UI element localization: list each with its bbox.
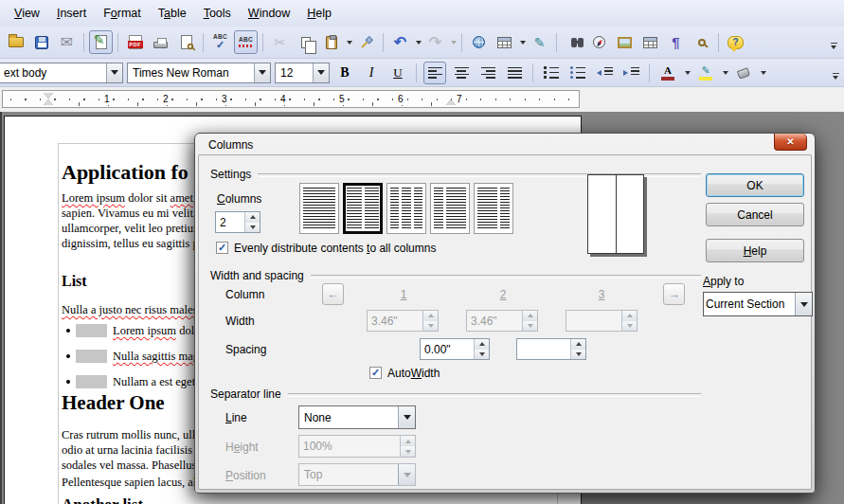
evenly-distribute-checkbox[interactable]: ✓ <box>216 242 228 254</box>
spin-down-button[interactable] <box>571 350 585 360</box>
redo-icon: ↷ <box>429 35 441 50</box>
align-left-button[interactable] <box>423 62 446 84</box>
font-color-button[interactable]: A <box>656 62 679 84</box>
autowidth-checkbox[interactable]: ✓ <box>369 367 382 379</box>
spin-down-button[interactable] <box>245 223 260 233</box>
font-size-combo[interactable]: 12 <box>275 63 330 83</box>
line-style-combo[interactable]: None <box>298 405 416 429</box>
position-combo: Top <box>298 463 416 486</box>
menu-insert[interactable]: Insert <box>48 3 95 24</box>
gallery-button[interactable] <box>613 30 637 54</box>
paragraph-style-combo[interactable]: ext body <box>0 63 123 83</box>
columns-count-label: Columns <box>217 192 261 206</box>
save-button[interactable] <box>29 30 53 54</box>
menu-tools[interactable]: Tools <box>195 3 240 24</box>
formatting-marks-button[interactable]: ¶ <box>664 30 688 54</box>
line-dropdown-button[interactable] <box>398 406 415 428</box>
hyperlink-button[interactable] <box>467 30 491 54</box>
italic-button[interactable]: I <box>360 62 383 84</box>
paste-dropdown[interactable] <box>347 41 352 45</box>
increase-indent-button[interactable] <box>620 62 642 84</box>
font-color-dropdown[interactable] <box>685 71 691 75</box>
highlight-button[interactable]: ✎ <box>694 62 717 84</box>
copy-button[interactable] <box>294 30 317 54</box>
separator-group-header: Separator line <box>210 387 701 401</box>
bullet-icon <box>66 380 70 384</box>
underline-button[interactable]: U <box>386 62 409 84</box>
menu-window[interactable]: Window <box>240 3 298 24</box>
zoom-button[interactable] <box>690 30 713 54</box>
style-dropdown-button[interactable] <box>106 63 122 82</box>
justify-button[interactable] <box>503 62 526 84</box>
bullet-list-button[interactable] <box>566 62 589 84</box>
size-dropdown-button[interactable] <box>313 63 329 82</box>
clone-formatting-button[interactable] <box>354 30 378 54</box>
find-replace-button[interactable] <box>562 30 585 54</box>
insert-table-button[interactable] <box>493 30 516 54</box>
horizontal-ruler[interactable]: 1 2 3 4 5 6 7 <box>2 90 580 108</box>
undo-dropdown[interactable] <box>416 41 422 45</box>
decrease-indent-button[interactable] <box>593 62 616 84</box>
italic-icon: I <box>369 65 374 81</box>
bold-button[interactable]: B <box>333 62 356 84</box>
toolbar-overflow-button[interactable] <box>827 32 840 53</box>
font-name-combo[interactable]: Times New Roman <box>127 63 271 83</box>
spacing-1-spinner[interactable]: 0.00" <box>420 338 490 360</box>
spellcheck-button[interactable]: ABC✓ <box>208 30 232 54</box>
navigator-button[interactable] <box>587 30 611 54</box>
ok-button[interactable]: OK <box>706 173 804 197</box>
help-button[interactable]: Help <box>706 239 804 262</box>
data-sources-button[interactable] <box>638 30 662 54</box>
spin-down-button[interactable] <box>475 350 489 360</box>
table-dropdown[interactable] <box>520 41 526 45</box>
preset-left-narrow[interactable] <box>430 183 470 234</box>
preset-three-columns[interactable] <box>386 183 426 234</box>
menu-view[interactable]: View <box>6 3 48 24</box>
paste-button[interactable] <box>319 30 343 54</box>
right-indent-marker[interactable] <box>446 99 456 105</box>
menu-table[interactable]: Table <box>150 3 195 24</box>
apply-to-dropdown-button[interactable] <box>795 293 812 315</box>
spacing-2-spinner[interactable] <box>516 338 586 360</box>
close-icon: ✕ <box>786 136 794 147</box>
menu-format[interactable]: Format <box>95 3 150 24</box>
undo-button[interactable]: ↶ <box>388 30 412 54</box>
background-color-dropdown[interactable] <box>761 71 766 75</box>
dialog-close-button[interactable]: ✕ <box>774 134 807 151</box>
menu-help[interactable]: Help <box>298 3 340 24</box>
export-pdf-button[interactable]: PDF <box>123 30 147 54</box>
apply-to-combo[interactable]: Current Section <box>703 292 813 316</box>
preset-right-narrow[interactable] <box>474 183 513 234</box>
cancel-button[interactable]: Cancel <box>706 203 804 226</box>
page-preview-button[interactable] <box>174 30 198 54</box>
redo-button: ↷ <box>423 30 447 54</box>
align-right-button[interactable] <box>476 62 499 84</box>
spin-up-button[interactable] <box>475 339 489 350</box>
previous-column-button[interactable]: ← <box>322 283 344 305</box>
auto-spellcheck-button[interactable]: ABC <box>234 30 258 54</box>
next-column-button[interactable]: → <box>663 283 685 305</box>
underline-icon: U <box>393 65 402 81</box>
edit-file-button[interactable]: ✎ <box>89 30 113 54</box>
email-button[interactable]: ✉ <box>55 30 79 54</box>
open-button[interactable] <box>4 30 27 54</box>
print-button[interactable] <box>149 30 172 54</box>
highlight-dropdown[interactable] <box>723 71 728 75</box>
first-line-indent-marker[interactable] <box>44 93 53 99</box>
spin-up-button[interactable] <box>245 212 260 223</box>
formatting-overflow-button[interactable] <box>829 63 842 83</box>
help-button[interactable]: ? <box>724 30 747 54</box>
preset-two-columns-selected[interactable] <box>343 183 383 234</box>
align-center-button[interactable] <box>450 62 473 84</box>
numbered-list-button[interactable] <box>540 62 563 84</box>
columns-count-spinner[interactable]: 2 <box>215 211 260 233</box>
column-number-1: 1 <box>393 288 414 301</box>
background-color-button[interactable] <box>732 62 755 84</box>
preset-one-column[interactable] <box>299 183 339 234</box>
draw-functions-button[interactable]: ✎ <box>528 30 551 54</box>
spin-up-button[interactable] <box>571 339 585 350</box>
binoculars-icon <box>571 38 577 47</box>
font-dropdown-button[interactable] <box>254 63 270 82</box>
left-indent-marker[interactable] <box>44 99 53 105</box>
pdf-icon: PDF <box>129 35 142 49</box>
